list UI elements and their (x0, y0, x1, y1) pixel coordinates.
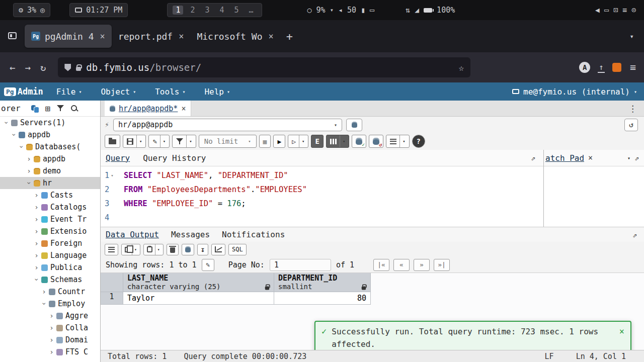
table-row[interactable]: 1Taylor80 (101, 292, 644, 305)
workspace-button[interactable]: 2 (187, 6, 198, 15)
save-dropdown[interactable]: ▾ (136, 135, 142, 147)
menu-tools[interactable]: Tools ▾ (155, 87, 185, 97)
open-file-button[interactable] (105, 135, 120, 148)
expander-icon[interactable]: › (18, 144, 26, 150)
new-tab-button[interactable]: + (286, 30, 293, 43)
cast-icon[interactable]: ⊡ (613, 6, 618, 15)
tree-item-aggre[interactable]: ›Aggre (0, 310, 100, 322)
clock-widget[interactable]: 01:27 PM (69, 3, 128, 17)
menu-icon[interactable]: ≡ (622, 6, 627, 15)
save-page-icon[interactable]: ↑ (599, 63, 604, 71)
tree-item-databases[interactable]: ›Databases( (0, 141, 100, 153)
paste-dropdown[interactable]: ▾ (155, 244, 160, 255)
tab-query[interactable]: Query (106, 153, 130, 163)
download-button[interactable]: ↧ (197, 244, 208, 255)
search-icon[interactable] (70, 105, 78, 112)
tree-item-foreign[interactable]: ›Foreign (0, 237, 100, 249)
menu-file[interactable]: File ▾ (56, 87, 82, 97)
column-header-last_name[interactable]: LAST_NAMEcharacter varying (25) (123, 273, 274, 292)
scratch-pad-title[interactable]: atch Pad (545, 153, 584, 163)
menu-help[interactable]: Help ▾ (204, 87, 230, 97)
reload-button[interactable]: ↻ (40, 62, 46, 73)
browser-tab-word[interactable]: Microsoft Wo × (190, 25, 280, 48)
menu-object[interactable]: Object ▾ (101, 87, 136, 97)
macros-button[interactable]: ▾ (386, 135, 409, 148)
close-icon[interactable]: × (619, 325, 624, 338)
limit-select[interactable]: No limit▾ (199, 135, 257, 148)
speaker-icon[interactable]: ◀ (595, 6, 600, 15)
rollback-button[interactable]: ↺ (369, 135, 383, 148)
hamburger-menu-icon[interactable]: ≡ (630, 61, 636, 73)
cpu-widget[interactable]: ⚙ 3% ◎ (13, 3, 50, 17)
close-icon[interactable]: × (268, 31, 273, 41)
execute-button[interactable]: ▶ (273, 135, 285, 148)
commit-button[interactable]: ✓ (352, 135, 366, 148)
tab-data-output[interactable]: Data Output (106, 230, 159, 239)
last-page-button[interactable]: »| (434, 259, 450, 271)
tree-item-colla[interactable]: ›Colla (0, 322, 100, 334)
tab-notifications[interactable]: Notifications (222, 230, 285, 239)
expander-icon[interactable]: › (40, 301, 48, 307)
tree-item-countr[interactable]: ›Countr (0, 286, 100, 298)
first-page-button[interactable]: |« (373, 259, 389, 271)
sql-code[interactable]: SELECT "LAST_NAME", "DEPARTMENT_ID"FROM … (121, 168, 543, 227)
explain-analyze-button[interactable]: ▾ (326, 135, 349, 148)
tree-item-fts-c[interactable]: ›FTS C (0, 346, 100, 358)
new-connection-button[interactable] (346, 119, 362, 131)
power-icon[interactable]: ⊙ (631, 6, 636, 15)
add-row-button[interactable] (105, 244, 118, 255)
save-button[interactable]: ▾ (123, 135, 146, 148)
browser-tab-report[interactable]: report.pdf × (112, 25, 191, 48)
edit-range-button[interactable]: ✎ (202, 259, 214, 271)
expander-icon[interactable]: › (26, 155, 32, 163)
connection-select[interactable]: hr/app@appdb ▾ (113, 119, 342, 131)
filter-button[interactable]: ▾ (172, 135, 196, 148)
expander-icon[interactable]: › (33, 263, 40, 272)
expander-icon[interactable]: › (33, 203, 40, 211)
column-header-department_id[interactable]: DEPARTMENT_IDsmallint (274, 273, 371, 292)
bookmark-star-icon[interactable]: ☆ (459, 62, 464, 73)
tree-item-extensio[interactable]: ›Extensio (0, 225, 100, 237)
tab-messages[interactable]: Messages (171, 230, 210, 239)
chevron-down-icon[interactable]: ▾ (330, 7, 334, 14)
tree-item-domai[interactable]: ›Domai (0, 334, 100, 346)
extension-orange-icon[interactable] (612, 63, 621, 72)
expander-icon[interactable]: › (33, 215, 40, 223)
keyboard-icon[interactable]: ▭ (370, 6, 374, 15)
page-number-input[interactable] (270, 259, 331, 271)
table-cell[interactable]: Taylor (123, 292, 274, 305)
back-button[interactable]: ← (10, 62, 15, 73)
save-data-button[interactable] (182, 244, 194, 255)
tree-item-catalogs[interactable]: ›Catalogs (0, 201, 100, 213)
expand-scratch-pad-icon[interactable]: ⇗ (634, 153, 639, 162)
refresh-button[interactable]: ↺ (624, 119, 638, 131)
graph-visualiser-button[interactable] (211, 244, 225, 255)
expander-icon[interactable]: › (3, 120, 11, 126)
edit-dropdown[interactable]: ▾ (160, 135, 166, 147)
expander-icon[interactable]: › (25, 180, 33, 187)
workspace-button[interactable]: 4 (216, 6, 227, 15)
tree-item-demo[interactable]: ›demo (0, 165, 100, 177)
extension-a-icon[interactable]: A (579, 62, 590, 73)
stop-button[interactable]: ■ (259, 135, 271, 148)
row-number[interactable]: 1 (101, 292, 123, 305)
macros-dropdown[interactable]: ▾ (399, 135, 405, 147)
fold-icon[interactable]: ▾ (111, 168, 113, 183)
execute-dropdown[interactable]: ▾ (299, 135, 304, 147)
edit-button[interactable]: ✎▾ (148, 135, 170, 148)
tree-item-casts[interactable]: ›Casts (0, 189, 100, 201)
firefox-view-button[interactable] (5, 29, 20, 44)
chevron-down-icon[interactable]: ▾ (627, 155, 630, 161)
tab-query-history[interactable]: Query History (143, 153, 206, 163)
browser-tab-pgadmin[interactable]: Pg pgAdmin 4 × (25, 25, 112, 48)
workspace-button[interactable]: … (246, 6, 257, 15)
filter-icon[interactable] (57, 105, 64, 112)
tree-item-event-tr[interactable]: ›Event Tr (0, 213, 100, 225)
help-button[interactable]: ? (412, 135, 425, 148)
expander-icon[interactable]: › (26, 167, 32, 175)
close-icon[interactable]: × (179, 31, 184, 41)
close-icon[interactable]: × (588, 153, 593, 162)
table-cell[interactable]: 80 (274, 292, 371, 305)
expander-icon[interactable]: › (33, 191, 40, 199)
delete-row-button[interactable] (167, 244, 179, 255)
